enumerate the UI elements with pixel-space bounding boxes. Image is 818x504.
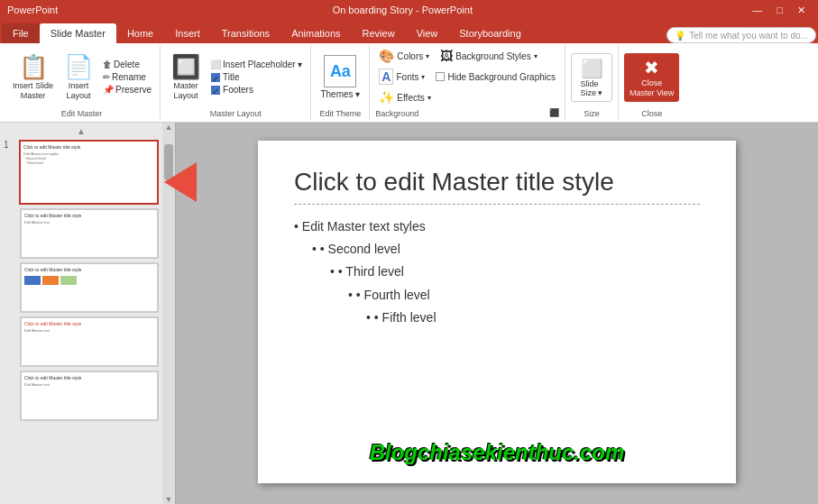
edit-master-buttons: 📋 Insert SlideMaster 📄 InsertLayout 🗑 De… [9, 47, 154, 107]
rename-button[interactable]: ✏ Rename [100, 71, 154, 83]
tab-insert[interactable]: Insert [164, 23, 211, 43]
colors-button[interactable]: 🎨 Colors ▾ [375, 47, 433, 65]
slide-size-icon: ⬜ [581, 58, 603, 79]
close-master-view-label: CloseMaster View [630, 78, 674, 98]
tell-me-box[interactable]: 💡 Tell me what you want to do... [666, 27, 816, 43]
effects-icon: ✨ [379, 90, 394, 105]
group-close: ✖ CloseMaster View Close [619, 45, 685, 120]
slide-master-title[interactable]: Click to edit Master title style [294, 168, 700, 205]
delete-button[interactable]: 🗑 Delete [100, 59, 154, 70]
hide-bg-graphics-row[interactable]: Hide Background Graphics [432, 71, 559, 83]
tab-storyboarding[interactable]: Storyboarding [448, 23, 532, 43]
thumb-4-body: Edit Master text [24, 328, 154, 333]
insert-slide-master-label: Insert SlideMaster [13, 81, 53, 101]
thumb-1-body: Edit Master text styles Second level Thi… [23, 151, 154, 166]
background-styles-label: Background Styles [455, 51, 530, 61]
size-label: Size [584, 107, 600, 118]
preserve-label: Preserve [115, 85, 152, 95]
footers-checkbox-row[interactable]: ✓ Footers [207, 84, 305, 96]
themes-button[interactable]: Aa Themes ▾ [317, 48, 363, 107]
hide-bg-graphics-checkbox[interactable] [436, 72, 445, 81]
delete-label: Delete [114, 60, 140, 69]
insert-placeholder-icon: ⬜ [210, 60, 221, 69]
rename-icon: ✏ [103, 72, 110, 82]
minimize-button[interactable]: — [747, 5, 767, 16]
background-styles-button[interactable]: 🖼 Background Styles ▾ [437, 47, 540, 65]
scrollbar[interactable]: ▲ ▼ [162, 123, 175, 504]
scroll-down-handle[interactable]: ▼ [165, 495, 173, 504]
thumb-3-title: Click to edit Master title style [24, 267, 154, 272]
close-label: Close [641, 107, 662, 118]
effects-button[interactable]: ✨ Effects ▾ [375, 88, 434, 106]
scroll-thumb[interactable] [164, 144, 173, 180]
close-window-button[interactable]: ✕ [792, 5, 811, 16]
insert-placeholder-label: Insert Placeholder ▾ [223, 60, 302, 69]
tab-file[interactable]: File [2, 23, 40, 43]
body-item-3: • Third level [294, 261, 700, 283]
slide-thumb-1[interactable]: Click to edit Master title style Edit Ma… [19, 140, 159, 205]
master-layout-sub: ⬜ Insert Placeholder ▾ ✓ Title ✓ Footers [207, 59, 305, 96]
title-bar: PowerPoint On boarding Story - PowerPoin… [0, 0, 818, 20]
thumb-3-color-blocks [24, 276, 154, 285]
edit-master-label: Edit Master [61, 107, 103, 118]
fonts-arrow: ▾ [421, 73, 425, 81]
footers-checkbox[interactable]: ✓ [211, 86, 220, 95]
fonts-label: Fonts [396, 72, 418, 82]
insert-slide-master-button[interactable]: 📋 Insert SlideMaster [9, 48, 57, 107]
maximize-button[interactable]: □ [771, 5, 788, 16]
tab-home[interactable]: Home [116, 23, 164, 43]
master-layout-button[interactable]: 🔲 MasterLayout [166, 48, 206, 107]
rename-label: Rename [112, 72, 146, 82]
scroll-up-button[interactable]: ▲ [4, 126, 159, 136]
close-icon: ✖ [644, 57, 659, 78]
edit-master-small-buttons: 🗑 Delete ✏ Rename 📌 Preserve [100, 59, 154, 96]
slide-row-1: 1 Click to edit Master title style Edit … [4, 140, 159, 205]
slide-row-5: Click to edit Master title style Edit Ma… [20, 371, 159, 421]
group-size: ⬜ SlideSize ▾ Size [565, 45, 619, 120]
scroll-up-handle[interactable]: ▲ [165, 123, 173, 132]
title-checkbox[interactable]: ✓ [211, 73, 220, 82]
title-checkbox-label: Title [223, 72, 240, 82]
edit-theme-label: Edit Theme [319, 107, 361, 118]
background-label: Background [375, 107, 418, 118]
master-layout-icon: 🔲 [171, 53, 200, 81]
slide-thumb-3[interactable]: Click to edit Master title style [20, 262, 159, 313]
themes-icon: Aa [324, 55, 356, 87]
watermark: Blogchiasekienthuc.com [370, 440, 625, 465]
effects-label: Effects [397, 93, 424, 103]
thumb-5-body: Edit Master text [24, 382, 154, 387]
thumb-4-title: Click to edit Master title style [24, 321, 154, 326]
effects-arrow: ▾ [427, 94, 431, 102]
background-expand-icon[interactable]: ⬛ [549, 108, 559, 117]
group-master-layout: 🔲 MasterLayout ⬜ Insert Placeholder ▾ ✓ … [161, 45, 311, 120]
slide-row-3: Click to edit Master title style [20, 262, 159, 313]
title-checkbox-row[interactable]: ✓ Title [207, 71, 305, 83]
background-middle-row: A Fonts ▾ Hide Background Graphics [375, 67, 559, 87]
tab-view[interactable]: View [406, 23, 449, 43]
slide-size-label: SlideSize ▾ [580, 79, 602, 97]
slide-thumb-4[interactable]: Click to edit Master title style Edit Ma… [20, 316, 159, 367]
footers-checkbox-label: Footers [223, 85, 253, 95]
preserve-button[interactable]: 📌 Preserve [100, 84, 154, 96]
tell-me-text: Tell me what you want to do... [689, 31, 808, 41]
slide-row-4: Click to edit Master title style Edit Ma… [20, 316, 159, 367]
background-top-row: 🎨 Colors ▾ 🖼 Background Styles ▾ [375, 47, 540, 65]
thumb-1-title: Click to edit Master title style [23, 144, 154, 150]
close-master-view-button[interactable]: ✖ CloseMaster View [624, 53, 679, 102]
slide-size-button[interactable]: ⬜ SlideSize ▾ [571, 53, 612, 102]
master-layout-label: MasterLayout [173, 81, 198, 101]
slide-thumb-2[interactable]: Click to edit Master title style Edit Ma… [20, 208, 159, 259]
fonts-button[interactable]: A Fonts ▾ [375, 67, 428, 87]
canvas-area: Click to edit Master title style Edit Ma… [176, 123, 818, 504]
tab-animations[interactable]: Animations [280, 23, 351, 43]
background-styles-arrow: ▾ [534, 52, 538, 60]
tab-review[interactable]: Review [352, 23, 406, 43]
insert-layout-button[interactable]: 📄 InsertLayout [59, 48, 98, 107]
thumb-2-title: Click to edit Master title style [24, 213, 154, 218]
tab-transitions[interactable]: Transitions [211, 23, 280, 43]
tab-slide-master[interactable]: Slide Master [40, 23, 116, 43]
slide-thumb-5[interactable]: Click to edit Master title style Edit Ma… [20, 371, 159, 421]
slide-canvas: Click to edit Master title style Edit Ma… [258, 141, 736, 483]
lightbulb-icon: 💡 [675, 31, 685, 41]
insert-placeholder-button[interactable]: ⬜ Insert Placeholder ▾ [207, 59, 305, 70]
